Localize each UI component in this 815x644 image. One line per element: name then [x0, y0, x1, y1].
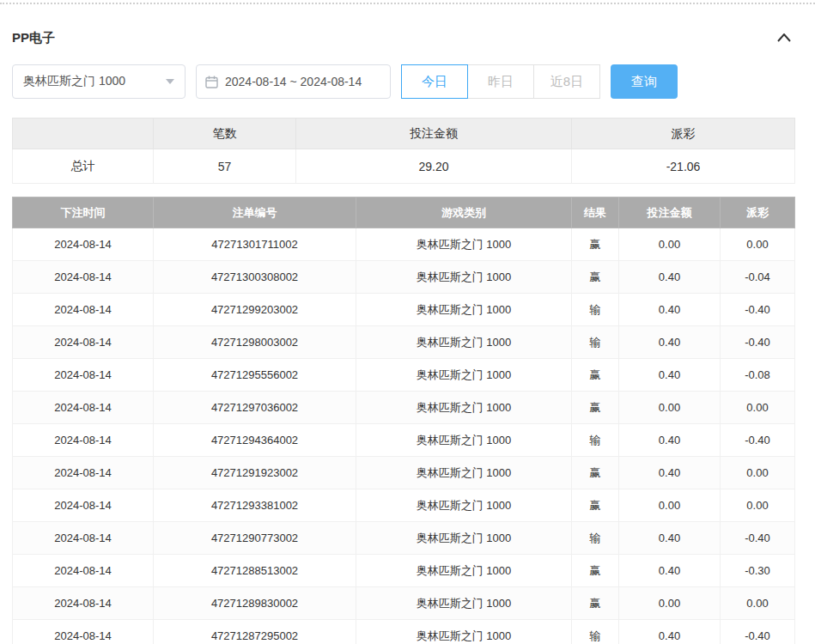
game-type-cell: 奥林匹斯之门 1000 — [356, 587, 572, 620]
result-cell: 输 — [572, 424, 619, 457]
table-row: 2024-08-14 47271299203002 奥林匹斯之门 1000 输 … — [13, 294, 795, 326]
bet-time-cell: 2024-08-14 — [13, 620, 154, 644]
page-title: PP电子 — [12, 30, 55, 46]
summary-header-count: 笔数 — [154, 118, 296, 149]
summary-header-payout: 派彩 — [572, 118, 795, 149]
bet-time-cell: 2024-08-14 — [13, 326, 154, 359]
order-no-cell: 47271291923002 — [154, 457, 356, 489]
table-row: 2024-08-14 47271289830002 奥林匹斯之门 1000 赢 … — [13, 587, 795, 620]
pp-electronic-section: PP电子 奥林匹斯之门 1000 2024-08-14 ~ 2024-08-14… — [0, 23, 815, 644]
result-cell: 赢 — [572, 489, 619, 522]
filter-bar: 奥林匹斯之门 1000 2024-08-14 ~ 2024-08-14 今日 昨… — [12, 64, 794, 99]
quick-range-button-group: 今日 昨日 近8日 — [401, 64, 600, 99]
order-no-cell: 47271301711002 — [154, 228, 356, 261]
bet-time-cell: 2024-08-14 — [13, 555, 154, 587]
payout-cell: 0.00 — [721, 228, 795, 261]
chevron-down-icon — [166, 79, 174, 84]
bet-time-cell: 2024-08-14 — [13, 424, 154, 457]
bet-table-body: 2024-08-14 47271301711002 奥林匹斯之门 1000 赢 … — [13, 228, 795, 644]
bet-amount-cell: 0.40 — [619, 457, 721, 489]
order-no-cell: 47271297036002 — [154, 392, 356, 424]
payout-cell: -0.30 — [721, 555, 795, 587]
payout-cell: -0.40 — [721, 522, 795, 555]
header-payout: 派彩 — [721, 197, 795, 228]
header-order-no: 注单编号 — [154, 197, 356, 228]
order-no-cell: 47271298003002 — [154, 326, 356, 359]
table-row: 2024-08-14 47271300308002 奥林匹斯之门 1000 赢 … — [13, 261, 795, 294]
bet-time-cell: 2024-08-14 — [13, 489, 154, 522]
payout-cell: -0.40 — [721, 294, 795, 326]
last-8-days-button[interactable]: 近8日 — [533, 64, 600, 99]
summary-table: 笔数 投注金额 派彩 总计 57 29.20 -21.06 — [12, 118, 795, 184]
date-range-value: 2024-08-14 ~ 2024-08-14 — [225, 75, 362, 88]
order-no-cell: 47271287295002 — [154, 620, 356, 644]
bet-time-cell: 2024-08-14 — [13, 261, 154, 294]
table-row: 2024-08-14 47271288513002 奥林匹斯之门 1000 赢 … — [13, 555, 795, 587]
table-row: 2024-08-14 47271290773002 奥林匹斯之门 1000 输 … — [13, 522, 795, 555]
payout-cell: 0.00 — [721, 587, 795, 620]
bet-time-cell: 2024-08-14 — [13, 522, 154, 555]
summary-header-bet-amount: 投注金额 — [296, 118, 572, 149]
summary-total-row: 总计 57 29.20 -21.06 — [13, 149, 795, 184]
header-bet-time: 下注时间 — [13, 197, 154, 228]
result-cell: 赢 — [572, 587, 619, 620]
order-no-cell: 47271294364002 — [154, 424, 356, 457]
payout-cell: -0.40 — [721, 424, 795, 457]
bet-time-cell: 2024-08-14 — [13, 392, 154, 424]
payout-cell: -0.40 — [721, 620, 795, 644]
summary-header-row: 笔数 投注金额 派彩 — [13, 118, 795, 149]
result-cell: 赢 — [572, 457, 619, 489]
game-type-cell: 奥林匹斯之门 1000 — [356, 457, 572, 489]
game-type-cell: 奥林匹斯之门 1000 — [356, 294, 572, 326]
result-cell: 输 — [572, 620, 619, 644]
game-type-cell: 奥林匹斯之门 1000 — [356, 555, 572, 587]
today-button[interactable]: 今日 — [401, 64, 468, 99]
order-no-cell: 47271289830002 — [154, 587, 356, 620]
top-dotted-divider — [0, 3, 815, 4]
result-cell: 赢 — [572, 555, 619, 587]
game-type-cell: 奥林匹斯之门 1000 — [356, 489, 572, 522]
table-row: 2024-08-14 47271294364002 奥林匹斯之门 1000 输 … — [13, 424, 795, 457]
summary-total-bet-amount: 29.20 — [296, 149, 572, 184]
bet-time-cell: 2024-08-14 — [13, 457, 154, 489]
game-select[interactable]: 奥林匹斯之门 1000 — [12, 64, 186, 99]
table-row: 2024-08-14 47271293381002 奥林匹斯之门 1000 赢 … — [13, 489, 795, 522]
game-type-cell: 奥林匹斯之门 1000 — [356, 522, 572, 555]
table-row: 2024-08-14 47271295556002 奥林匹斯之门 1000 赢 … — [13, 359, 795, 392]
bet-amount-cell: 0.40 — [619, 294, 721, 326]
game-select-value: 奥林匹斯之门 1000 — [23, 74, 125, 89]
order-no-cell: 47271293381002 — [154, 489, 356, 522]
header-result: 结果 — [572, 197, 619, 228]
date-range-picker[interactable]: 2024-08-14 ~ 2024-08-14 — [196, 64, 391, 99]
result-cell: 赢 — [572, 392, 619, 424]
result-cell: 输 — [572, 326, 619, 359]
payout-cell: -0.40 — [721, 326, 795, 359]
query-button[interactable]: 查询 — [611, 64, 678, 99]
summary-header-empty — [13, 118, 154, 149]
bet-amount-cell: 0.40 — [619, 326, 721, 359]
bet-amount-cell: 0.40 — [619, 555, 721, 587]
bet-time-cell: 2024-08-14 — [13, 294, 154, 326]
bet-amount-cell: 0.40 — [619, 522, 721, 555]
payout-cell: 0.00 — [721, 489, 795, 522]
table-row: 2024-08-14 47271301711002 奥林匹斯之门 1000 赢 … — [13, 228, 795, 261]
collapse-section-button[interactable] — [774, 28, 794, 48]
order-no-cell: 47271300308002 — [154, 261, 356, 294]
game-type-cell: 奥林匹斯之门 1000 — [356, 261, 572, 294]
result-cell: 赢 — [572, 359, 619, 392]
bet-records-table: 下注时间 注单编号 游戏类别 结果 投注金额 派彩 2024-08-14 472… — [12, 197, 795, 644]
bet-amount-cell: 0.40 — [619, 261, 721, 294]
summary-total-count: 57 — [154, 149, 296, 184]
result-cell: 输 — [572, 522, 619, 555]
result-cell: 赢 — [572, 228, 619, 261]
yesterday-button[interactable]: 昨日 — [467, 64, 534, 99]
payout-cell: 0.00 — [721, 392, 795, 424]
result-cell: 赢 — [572, 261, 619, 294]
order-no-cell: 47271295556002 — [154, 359, 356, 392]
bet-time-cell: 2024-08-14 — [13, 228, 154, 261]
order-no-cell: 47271288513002 — [154, 555, 356, 587]
bet-time-cell: 2024-08-14 — [13, 587, 154, 620]
bet-amount-cell: 0.00 — [619, 489, 721, 522]
section-header: PP电子 — [12, 23, 794, 52]
table-row: 2024-08-14 47271291923002 奥林匹斯之门 1000 赢 … — [13, 457, 795, 489]
